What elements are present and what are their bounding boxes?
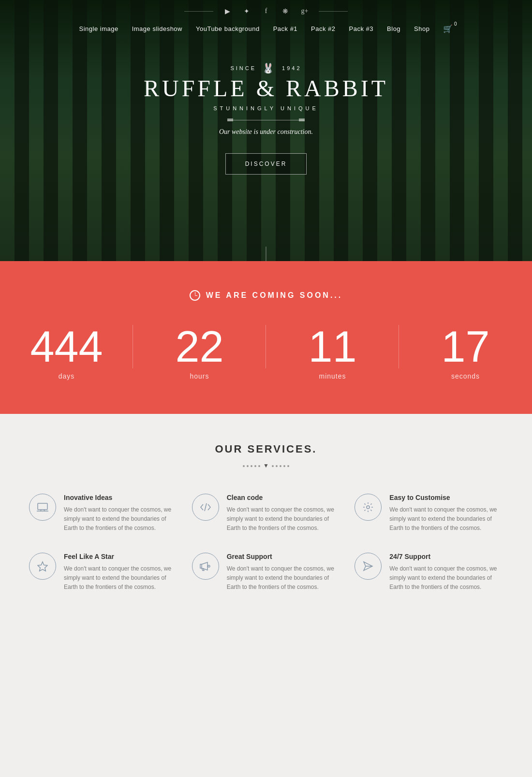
dot <box>280 465 281 467</box>
service-desc-customise: We don't want to conquer the cosmos, we … <box>389 505 503 533</box>
hours-label: hours <box>190 372 209 380</box>
svg-marker-3 <box>38 562 47 571</box>
minutes-label: minutes <box>319 372 346 380</box>
discover-button[interactable]: DISCOVER <box>225 153 307 175</box>
seconds-value: 17 <box>441 325 489 368</box>
service-item-star: Feel Like A Star We don't want to conque… <box>29 553 177 592</box>
services-section: OUR SERVICES. ▼ <box>0 414 532 621</box>
dot <box>272 465 274 467</box>
service-item-cleancode: Clean code We don't want to conquer the … <box>192 494 340 533</box>
hero-divider <box>227 120 305 120</box>
youtube-icon[interactable]: ▶ <box>222 6 233 16</box>
svg-point-2 <box>367 506 369 509</box>
days-value: 444 <box>30 325 103 368</box>
nav-shop[interactable]: Shop <box>414 25 429 32</box>
countdown-days: 444 days <box>0 325 133 380</box>
nav-blog[interactable]: Blog <box>387 25 400 32</box>
dribbble-icon[interactable]: ❋ <box>280 6 291 16</box>
brand-subtitle: STUNNINGLY UNIQUE <box>213 105 319 111</box>
service-desc-support: We don't want to conquer the cosmos, we … <box>227 564 340 592</box>
service-item-customise: Easy to Customise We don't want to conqu… <box>355 494 503 533</box>
twitter-icon[interactable]: ✦ <box>241 6 252 16</box>
nav-pack2[interactable]: Pack #2 <box>311 25 335 32</box>
countdown-minutes: 11 minutes <box>266 325 399 380</box>
service-text-innovative: Inovative Ideas We don't want to conquer… <box>64 494 177 533</box>
nav-youtube-background[interactable]: YouTube background <box>196 25 260 32</box>
service-text-support: Great Support We don't want to conquer t… <box>227 553 340 592</box>
services-divider: ▼ <box>29 462 503 469</box>
coming-soon-text: WE ARE COMING SOON... <box>206 291 343 300</box>
dot <box>276 465 278 467</box>
dot <box>258 465 260 467</box>
service-title-innovative: Inovative Ideas <box>64 494 177 501</box>
service-desc-cleancode: We don't want to conquer the cosmos, we … <box>227 505 340 533</box>
countdown-section: WE ARE COMING SOON... 444 days 22 hours … <box>0 261 532 414</box>
dot <box>254 465 256 467</box>
services-title: OUR SERVICES. <box>29 443 503 455</box>
main-navigation: Single image Image slideshow YouTube bac… <box>0 20 532 38</box>
under-construction-text: Our website is under construction. <box>219 128 313 136</box>
services-grid: Inovative Ideas We don't want to conquer… <box>29 494 503 592</box>
star-icon <box>29 553 56 580</box>
rabbit-icon: 🐰 <box>262 62 276 74</box>
svg-rect-0 <box>38 503 47 510</box>
hero-content: SINCE 🐰 1942 RUFFLE & RABBIT STUNNINGLY … <box>144 62 388 175</box>
service-text-cleancode: Clean code We don't want to conquer the … <box>227 494 340 533</box>
cart-button[interactable]: 🛒 0 <box>443 24 453 33</box>
nav-pack3[interactable]: Pack #3 <box>349 25 373 32</box>
service-title-customise: Easy to Customise <box>389 494 503 501</box>
service-desc-247: We don't want to conquer the cosmos, we … <box>389 564 503 592</box>
service-desc-innovative: We don't want to conquer the cosmos, we … <box>64 505 177 533</box>
code-icon <box>192 494 219 521</box>
social-divider-right <box>319 11 348 12</box>
brand-title: RUFFLE & RABBIT <box>144 76 388 102</box>
svg-point-4 <box>208 565 210 567</box>
nav-single-image[interactable]: Single image <box>79 25 118 32</box>
social-bar: ▶ ✦ f ❋ g+ <box>0 0 532 20</box>
hours-value: 22 <box>175 325 223 368</box>
clock-icon <box>190 290 200 301</box>
service-title-support: Great Support <box>227 553 340 560</box>
dot <box>283 465 285 467</box>
service-item-247: 24/7 Support We don't want to conquer th… <box>355 553 503 592</box>
brand-since: SINCE 🐰 1942 <box>230 62 301 74</box>
seconds-label: seconds <box>451 372 480 380</box>
days-label: days <box>59 372 75 380</box>
cart-icon: 🛒 <box>443 24 453 33</box>
gear-icon <box>355 494 382 521</box>
svg-line-1 <box>205 503 207 511</box>
service-desc-star: We don't want to conquer the cosmos, we … <box>64 564 177 592</box>
service-title-star: Feel Like A Star <box>64 553 177 560</box>
service-item-support: Great Support We don't want to conquer t… <box>192 553 340 592</box>
social-divider-left <box>184 11 213 12</box>
nav-image-slideshow[interactable]: Image slideshow <box>132 25 182 32</box>
hero-bottom-line <box>266 247 266 261</box>
service-title-cleancode: Clean code <box>227 494 340 501</box>
laptop-icon <box>29 494 56 521</box>
googleplus-icon[interactable]: g+ <box>299 6 310 16</box>
countdown-hours: 22 hours <box>133 325 266 380</box>
dot-line-left <box>243 465 260 467</box>
services-header: OUR SERVICES. ▼ <box>29 443 503 469</box>
dot <box>243 465 245 467</box>
service-text-customise: Easy to Customise We don't want to conqu… <box>389 494 503 533</box>
dot-line-right <box>272 465 289 467</box>
chevron-down-icon: ▼ <box>263 462 269 469</box>
megaphone-icon <box>192 553 219 580</box>
minutes-value: 11 <box>308 325 356 368</box>
countdown-numbers: 444 days 22 hours 11 minutes 17 seconds <box>0 325 532 380</box>
service-title-247: 24/7 Support <box>389 553 503 560</box>
send-icon <box>355 553 382 580</box>
service-text-star: Feel Like A Star We don't want to conque… <box>64 553 177 592</box>
dot <box>287 465 289 467</box>
hero-section: ▶ ✦ f ❋ g+ Single image Image slideshow … <box>0 0 532 261</box>
dot <box>247 465 249 467</box>
nav-pack1[interactable]: Pack #1 <box>273 25 297 32</box>
facebook-icon[interactable]: f <box>261 6 271 16</box>
service-text-247: 24/7 Support We don't want to conquer th… <box>389 553 503 592</box>
countdown-seconds: 17 seconds <box>399 325 532 380</box>
coming-soon-header: WE ARE COMING SOON... <box>190 290 343 301</box>
cart-badge: 0 <box>454 21 457 27</box>
dot <box>251 465 252 467</box>
service-item-innovative: Inovative Ideas We don't want to conquer… <box>29 494 177 533</box>
